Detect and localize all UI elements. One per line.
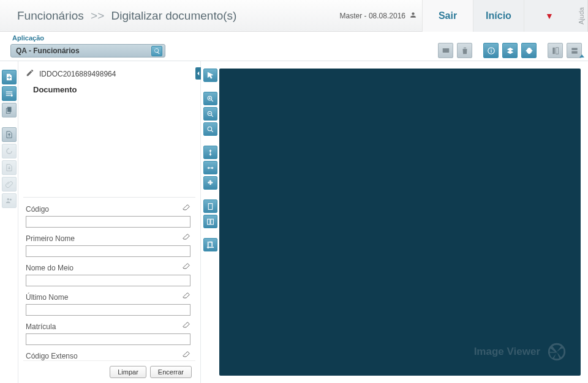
svg-rect-17	[207, 219, 209, 225]
header-bar: Funcionários >> Digitalizar documento(s)…	[0, 0, 588, 32]
zoom-region-button[interactable]	[203, 122, 217, 136]
crop-tool-button[interactable]	[203, 238, 217, 251]
field-label: Código	[26, 205, 49, 214]
field-label: Código Extenso	[26, 352, 78, 360]
side-copy-button[interactable]	[2, 103, 17, 117]
eraser-icon[interactable]	[182, 262, 190, 273]
svg-rect-4	[552, 47, 555, 54]
aperture-icon	[546, 341, 567, 362]
field-label: Primeiro Nome	[26, 234, 75, 243]
user-info: Master - 08.08.2016	[340, 11, 417, 21]
viewer-watermark: Image Viewer	[474, 341, 567, 362]
toolbar-groups	[438, 43, 582, 58]
close-button[interactable]: Encerrar	[150, 366, 192, 378]
layers-tool-button[interactable]	[502, 43, 518, 58]
svg-point-8	[10, 94, 13, 97]
application-selected: QA - Funcionários	[16, 46, 80, 55]
fit-height-button[interactable]	[203, 146, 217, 159]
field-input[interactable]	[26, 275, 190, 286]
field-input[interactable]	[26, 333, 190, 345]
field-label: Último Nome	[26, 293, 68, 302]
form-panel: IDDOC2016889498964 Documento CódigoPrime…	[18, 61, 201, 383]
fit-width-button[interactable]	[203, 161, 217, 174]
user-icon	[409, 11, 417, 21]
zoom-in-button[interactable]	[203, 92, 217, 105]
field-row: Matrícula	[26, 321, 190, 345]
field-row: Último Nome	[26, 292, 190, 316]
collapse-toolbar-icon[interactable]	[578, 53, 586, 62]
delete-tool-button[interactable]	[457, 43, 472, 58]
side-export-button	[2, 160, 17, 175]
breadcrumb-separator: >>	[91, 9, 104, 22]
application-bar: Aplicação QA - Funcionários	[0, 32, 588, 61]
menu-dropdown-button[interactable]: ▼	[524, 0, 575, 32]
svg-rect-5	[556, 47, 558, 54]
svg-rect-9	[7, 107, 11, 112]
field-input[interactable]	[26, 304, 190, 316]
side-add-page-button[interactable]	[2, 70, 17, 84]
viewer-watermark-text: Image Viewer	[474, 346, 540, 358]
application-picker[interactable]: QA - Funcionários	[10, 44, 165, 58]
field-row: Primeiro Nome	[26, 233, 190, 257]
side-toolbar	[0, 61, 18, 383]
application-search-icon[interactable]	[151, 46, 162, 56]
panel-collapse-button[interactable]	[195, 67, 201, 80]
eraser-icon[interactable]	[182, 204, 190, 214]
pencil-icon	[26, 69, 34, 79]
eraser-icon[interactable]	[182, 233, 190, 244]
side-attach-button	[2, 177, 17, 192]
clear-button[interactable]: Limpar	[110, 366, 146, 378]
home-button[interactable]: Início	[473, 0, 524, 32]
eraser-icon[interactable]	[182, 321, 190, 332]
field-label: Nome do Meio	[26, 264, 74, 272]
side-rotate-button	[2, 144, 17, 158]
document-tree-root[interactable]: Documento	[23, 85, 195, 94]
field-label: Matrícula	[26, 322, 56, 331]
field-row: Código Extenso	[26, 351, 190, 360]
document-tree-area	[23, 94, 195, 197]
eraser-icon[interactable]	[182, 351, 190, 360]
zoom-out-button[interactable]	[203, 107, 217, 121]
main-area: IDDOC2016889498964 Documento CódigoPrime…	[0, 61, 588, 383]
svg-point-11	[7, 198, 9, 201]
svg-rect-2	[491, 50, 491, 52]
screen-tool-button[interactable]	[438, 43, 453, 58]
viewer-toolbar	[201, 61, 219, 383]
svg-point-12	[9, 199, 11, 201]
application-label: Aplicação	[12, 34, 44, 42]
field-input[interactable]	[26, 216, 190, 228]
field-input[interactable]	[26, 245, 190, 257]
single-page-button[interactable]	[203, 199, 217, 213]
breadcrumb-action: Digitalizar documento(s)	[111, 9, 237, 22]
exit-button[interactable]: Sair	[422, 0, 473, 32]
multi-page-button[interactable]	[203, 215, 217, 228]
layout-a-button[interactable]	[548, 43, 563, 58]
info-tool-button[interactable]	[483, 43, 499, 58]
side-import-button[interactable]	[2, 127, 17, 142]
svg-point-15	[208, 127, 212, 131]
breadcrumb: Funcionários >> Digitalizar documento(s)	[17, 9, 340, 23]
svg-rect-18	[211, 219, 213, 225]
settings-tool-button[interactable]	[521, 43, 537, 58]
image-viewer[interactable]: Image Viewer	[219, 69, 581, 376]
field-row: Código	[26, 204, 190, 228]
svg-rect-16	[208, 203, 213, 209]
document-id: IDDOC2016889498964	[39, 70, 116, 78]
help-tab[interactable]: Ajuda	[575, 0, 588, 32]
svg-rect-7	[571, 51, 577, 53]
user-name: Master - 08.08.2016	[340, 12, 405, 20]
pointer-tool-button[interactable]	[203, 69, 217, 82]
fields-scroll-area: CódigoPrimeiro NomeNome do MeioÚltimo No…	[23, 197, 195, 360]
fit-page-button[interactable]	[203, 176, 217, 190]
eraser-icon[interactable]	[182, 292, 190, 302]
svg-rect-6	[571, 48, 577, 50]
svg-rect-0	[442, 48, 449, 52]
side-edit-mode-button[interactable]	[2, 86, 17, 101]
breadcrumb-module: Funcionários	[17, 9, 84, 22]
svg-rect-3	[491, 48, 491, 49]
form-buttons: Limpar Encerrar	[23, 360, 195, 379]
document-id-row: IDDOC2016889498964	[23, 67, 195, 85]
side-users-button	[2, 193, 17, 208]
field-row: Nome do Meio	[26, 262, 190, 286]
